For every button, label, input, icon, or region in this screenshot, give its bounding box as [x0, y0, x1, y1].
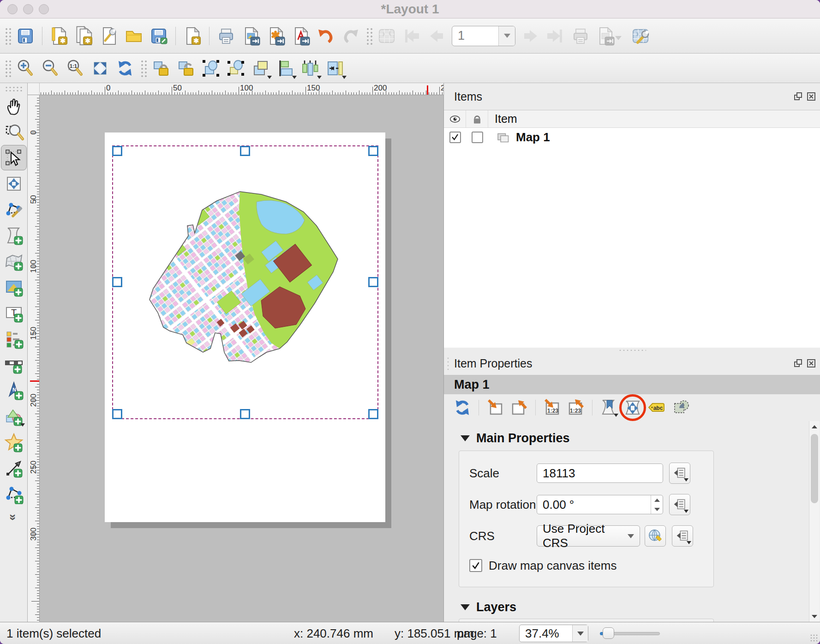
zoom-slider[interactable]	[600, 630, 660, 637]
layout-manager-button[interactable]	[96, 24, 121, 48]
toolbar-grip[interactable]	[4, 59, 11, 78]
zoom-combo-arrow[interactable]	[572, 625, 588, 642]
zoom-level-combo[interactable]: 37.4%	[519, 625, 588, 642]
distribute-items-button[interactable]	[298, 56, 323, 81]
export-atlas-button[interactable]	[593, 24, 618, 48]
scroll-up-button[interactable]	[809, 421, 820, 432]
tool-add-label[interactable]: T	[1, 300, 27, 325]
unlock-all-items-button[interactable]	[174, 56, 198, 81]
scale-input[interactable]: 18113	[537, 463, 663, 483]
visibility-checkbox[interactable]	[449, 132, 461, 143]
dock-grip[interactable]	[446, 356, 450, 370]
spin-buttons[interactable]	[651, 495, 663, 514]
float-panel-icon[interactable]	[793, 91, 803, 102]
resize-handle-top-left[interactable]	[112, 146, 122, 156]
tool-add-marker[interactable]	[1, 429, 27, 455]
redo-button[interactable]	[338, 24, 363, 48]
toolbox-grip[interactable]	[5, 86, 23, 91]
atlas-next-feature-button[interactable]	[518, 24, 543, 48]
tool-add-arrow[interactable]	[1, 455, 27, 481]
combo-arrow[interactable]	[498, 26, 515, 46]
undo-button[interactable]	[313, 24, 338, 48]
close-panel-icon[interactable]	[806, 358, 816, 368]
export-as-pdf-button[interactable]	[288, 24, 313, 48]
set-layout-scale-button[interactable]: 1:23	[565, 397, 587, 419]
layers-section-header[interactable]: Layers	[461, 600, 516, 614]
layout-canvas[interactable]	[40, 95, 443, 622]
tool-zoom[interactable]	[1, 119, 27, 144]
dock-splitter[interactable]	[444, 348, 820, 352]
properties-scrollbar[interactable]	[809, 421, 820, 622]
zoom-in-button[interactable]	[13, 56, 38, 81]
zoom-full-button[interactable]	[88, 56, 113, 81]
tool-select-move-item[interactable]	[1, 145, 27, 170]
set-map-scale-button[interactable]: 1:23	[541, 397, 563, 419]
save-project-as-button[interactable]	[146, 24, 171, 48]
close-panel-icon[interactable]	[806, 91, 816, 102]
more-tools-chevron[interactable]: »	[6, 505, 20, 530]
clipping-settings-button[interactable]	[670, 397, 692, 419]
align-items-button[interactable]	[273, 56, 298, 81]
rotation-data-defined-button[interactable]	[669, 494, 690, 515]
dropdown-arrow[interactable]	[687, 541, 691, 544]
rotation-spinbox[interactable]: 0.00 °	[537, 495, 663, 514]
refresh-view-button[interactable]	[113, 56, 138, 81]
export-as-svg-button[interactable]	[263, 24, 288, 48]
resize-handle-bottom-middle[interactable]	[240, 409, 250, 419]
zoom-actual-size-button[interactable]: 1:1	[63, 56, 88, 81]
resize-handle-bottom-left[interactable]	[112, 409, 122, 419]
toolbar-grip[interactable]	[365, 26, 372, 46]
select-crs-button[interactable]	[645, 525, 666, 547]
tool-add-map[interactable]	[1, 248, 27, 274]
scale-data-defined-button[interactable]	[669, 463, 690, 484]
atlas-first-feature-button[interactable]	[399, 24, 424, 48]
new-layout-button[interactable]	[47, 24, 72, 48]
dropdown-arrow[interactable]	[317, 76, 322, 79]
raise-items-button[interactable]	[248, 56, 273, 81]
tool-pan[interactable]	[1, 93, 27, 119]
spin-down[interactable]	[651, 505, 663, 514]
print-atlas-button[interactable]	[568, 24, 593, 48]
dropdown-arrow[interactable]	[614, 414, 618, 417]
bookmark-extent-button[interactable]	[598, 397, 620, 419]
resize-items-button[interactable]	[323, 56, 348, 81]
resize-handle-middle-right[interactable]	[368, 277, 378, 287]
tool-add-shape[interactable]	[1, 403, 27, 429]
resize-handle-bottom-right[interactable]	[368, 409, 378, 419]
atlas-previous-feature-button[interactable]	[424, 24, 449, 48]
atlas-preview-button[interactable]	[374, 24, 399, 48]
resize-handle-middle-left[interactable]	[112, 277, 122, 287]
dropdown-arrow[interactable]	[267, 76, 272, 79]
refresh-map-button[interactable]	[451, 397, 473, 419]
open-project-button[interactable]	[121, 24, 146, 48]
tool-add-north-arrow[interactable]: N	[1, 378, 27, 403]
group-items-button[interactable]	[198, 56, 223, 81]
item-row-map1[interactable]: Map 1	[444, 128, 820, 146]
set-map-extent-to-canvas-button[interactable]	[484, 397, 506, 419]
tool-add-scalebar[interactable]	[1, 352, 27, 377]
scrollbar-thumb[interactable]	[811, 434, 818, 503]
spin-up[interactable]	[651, 495, 663, 505]
atlas-last-feature-button[interactable]	[543, 24, 568, 48]
dropdown-arrow[interactable]	[684, 510, 688, 513]
tool-add-picture[interactable]	[1, 274, 27, 300]
window-resize-grip[interactable]	[810, 634, 818, 642]
crs-data-defined-button[interactable]	[672, 525, 693, 547]
save-project-button[interactable]	[13, 24, 38, 48]
map-item-selection-frame[interactable]	[112, 145, 378, 419]
slider-knob[interactable]	[603, 627, 614, 639]
zoom-out-button[interactable]	[38, 56, 63, 81]
dropdown-arrow[interactable]	[20, 423, 25, 427]
toolbar-grip[interactable]	[4, 26, 11, 46]
float-panel-icon[interactable]	[793, 358, 803, 368]
tool-move-item-content[interactable]	[1, 171, 27, 196]
resize-handle-top-right[interactable]	[368, 146, 378, 156]
lock-checkbox[interactable]	[472, 132, 483, 143]
resize-handle-top-middle[interactable]	[240, 146, 250, 156]
scroll-down-button[interactable]	[809, 611, 820, 622]
interactively-edit-map-extent-button[interactable]	[622, 397, 644, 419]
atlas-feature-combo[interactable]: 1	[452, 26, 515, 46]
lock-items-button[interactable]	[149, 56, 174, 81]
tool-add-legend[interactable]	[1, 326, 27, 351]
main-properties-section-header[interactable]: Main Properties	[461, 431, 570, 445]
